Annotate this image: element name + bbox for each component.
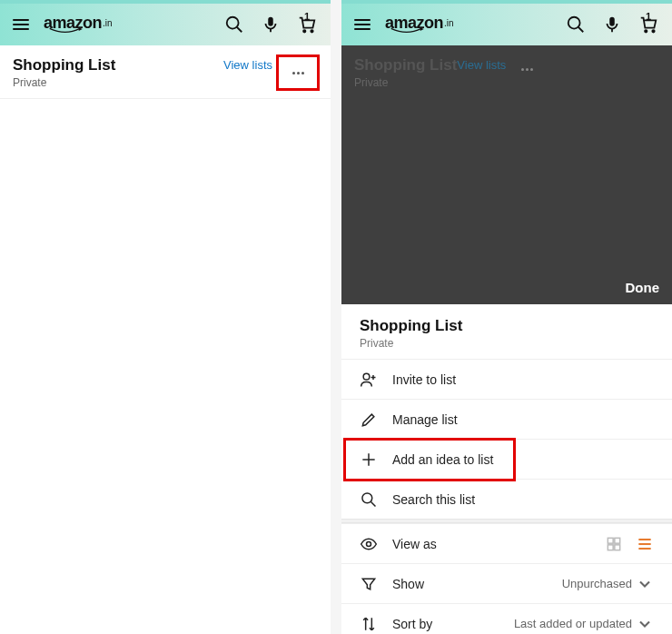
show-label: Show	[392, 577, 548, 591]
brand-tld: .in	[444, 19, 454, 28]
svg-point-12	[363, 373, 370, 380]
hamburger-icon[interactable]	[13, 19, 29, 30]
svg-point-19	[367, 541, 371, 546]
show-value: Unpurchased	[562, 577, 632, 590]
svg-line-18	[371, 501, 376, 506]
svg-point-10	[645, 30, 647, 32]
amazon-smile-icon	[47, 27, 84, 35]
svg-rect-22	[608, 544, 613, 550]
view-as-label: View as	[392, 537, 590, 551]
dim-title: Shopping List	[354, 56, 457, 74]
svg-point-5	[311, 30, 312, 32]
invite-label: Invite to list	[392, 372, 456, 387]
amazon-smile-icon	[389, 27, 425, 35]
view-as-row[interactable]: View as	[341, 523, 672, 563]
invite-icon	[360, 371, 378, 389]
svg-rect-8	[609, 17, 615, 26]
svg-line-1	[237, 27, 242, 33]
add-idea-label: Add an idea to list	[392, 452, 493, 467]
search-icon	[360, 490, 378, 509]
svg-rect-2	[268, 17, 273, 26]
dim-more-button	[511, 56, 542, 82]
screen-left: amazon .in 1 Shopping Li	[0, 0, 331, 634]
dimmed-backdrop[interactable]: Shopping List Private View lists Done	[341, 45, 672, 304]
svg-point-4	[303, 30, 305, 32]
brand-logo[interactable]: amazon .in	[44, 15, 113, 35]
show-row[interactable]: Show Unpurchased	[341, 563, 672, 603]
search-list-button[interactable]: Search this list	[341, 479, 672, 519]
cart-icon[interactable]: 1	[637, 14, 659, 35]
svg-point-17	[362, 492, 372, 502]
dim-view-lists: View lists	[457, 58, 506, 72]
mic-icon[interactable]	[601, 14, 623, 35]
dimmed-header: Shopping List Private View lists	[341, 45, 672, 98]
more-options-button[interactable]	[278, 56, 318, 89]
list-privacy: Private	[13, 76, 223, 89]
sort-label: Sort by	[392, 617, 499, 631]
eye-icon	[360, 535, 378, 553]
topbar: amazon .in 1	[0, 0, 331, 45]
done-button[interactable]: Done	[626, 280, 660, 295]
mic-icon[interactable]	[260, 14, 282, 35]
list-header: Shopping List Private View lists	[0, 45, 331, 99]
cart-count: 1	[646, 11, 651, 22]
svg-rect-23	[615, 544, 620, 550]
cart-icon[interactable]: 1	[296, 14, 318, 35]
action-sheet: Shopping List Private Invite to list Man…	[341, 304, 672, 634]
svg-rect-21	[615, 538, 620, 543]
sheet-header: Shopping List Private	[341, 304, 672, 359]
chevron-down-icon	[636, 615, 654, 633]
dim-privacy: Private	[354, 76, 457, 89]
svg-line-7	[578, 27, 584, 33]
invite-to-list-button[interactable]: Invite to list	[341, 359, 672, 399]
manage-label: Manage list	[392, 412, 458, 427]
sheet-title: Shopping List	[360, 317, 654, 335]
cart-count: 1	[304, 11, 310, 22]
plus-icon	[360, 451, 378, 469]
screen-right: amazon .in 1	[341, 0, 672, 634]
sheet-privacy: Private	[360, 337, 654, 350]
svg-rect-20	[608, 538, 613, 543]
sort-icon	[360, 615, 378, 633]
search-icon[interactable]	[565, 14, 587, 35]
sort-value: Last added or updated	[514, 617, 632, 630]
search-list-label: Search this list	[392, 492, 475, 507]
list-title: Shopping List	[13, 56, 223, 74]
brand-tld: .in	[103, 19, 113, 28]
search-icon[interactable]	[223, 14, 245, 35]
svg-point-11	[652, 30, 654, 32]
sort-by-row[interactable]: Sort by Last added or updated	[341, 603, 672, 634]
manage-list-button[interactable]: Manage list	[341, 399, 672, 439]
chevron-down-icon	[636, 575, 654, 593]
grid-view-icon[interactable]	[605, 535, 623, 553]
hamburger-icon[interactable]	[354, 19, 371, 30]
brand-logo[interactable]: amazon .in	[385, 15, 454, 35]
topbar: amazon .in 1	[341, 0, 672, 45]
pencil-icon	[360, 411, 378, 429]
add-idea-button[interactable]: Add an idea to list	[341, 439, 672, 479]
svg-point-6	[568, 17, 580, 29]
view-lists-link[interactable]: View lists	[223, 58, 272, 72]
svg-point-0	[227, 17, 239, 29]
filter-icon	[360, 575, 378, 593]
list-view-icon[interactable]	[636, 535, 654, 553]
